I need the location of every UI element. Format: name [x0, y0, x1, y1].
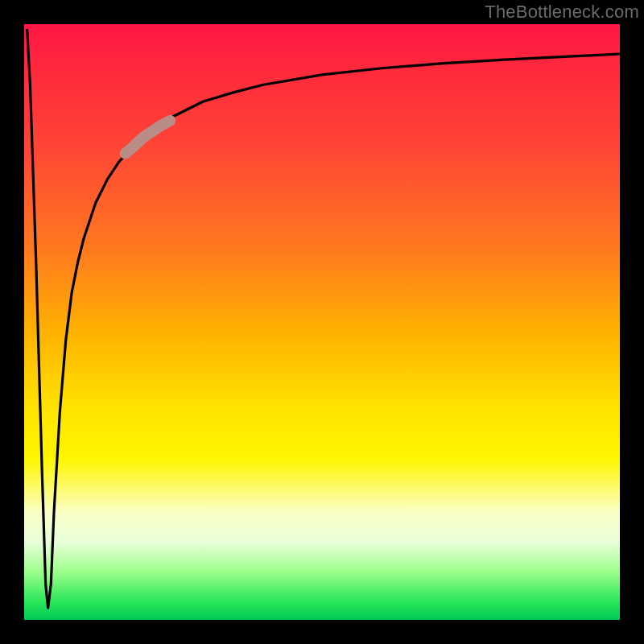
- watermark-text: TheBottleneck.com: [485, 2, 639, 23]
- chart-stage: TheBottleneck.com: [0, 0, 644, 644]
- plot-area: [24, 24, 620, 620]
- rainbow-gradient-bg: [24, 24, 620, 620]
